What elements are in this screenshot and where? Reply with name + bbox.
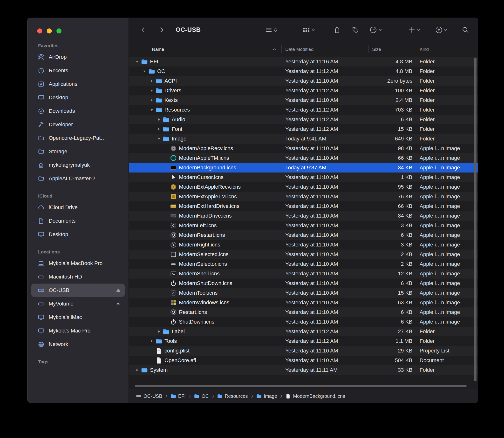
sidebar-item-applications[interactable]: Applications	[31, 77, 125, 91]
file-row[interactable]: OCYesterday at 11:12 AM4.8 MBFolder	[129, 66, 478, 76]
sidebar-item-downloads[interactable]: Downloads	[31, 104, 125, 118]
file-name-cell: Label	[129, 327, 282, 336]
file-row[interactable]: ModernShell.icnsYesterday at 11:10 AM12 …	[129, 269, 478, 278]
disclosure-closed-icon[interactable]	[148, 89, 155, 92]
sidebar-item-desktop[interactable]: Desktop	[31, 91, 125, 104]
minimize-button[interactable]	[47, 28, 52, 33]
disclosure-closed-icon[interactable]	[148, 99, 155, 102]
disclosure-closed-icon[interactable]	[155, 118, 162, 121]
file-row[interactable]: ModernAppleTM.icnsYesterday at 11:10 AM6…	[129, 153, 478, 163]
path-segment-efi[interactable]: EFI	[171, 394, 186, 399]
column-header-date-modified[interactable]: Date Modified	[282, 42, 369, 57]
sidebar-item-network[interactable]: Network	[31, 338, 125, 351]
path-segment-oc-usb[interactable]: OC-USB	[136, 394, 162, 399]
sidebar-item-mykola-s-imac[interactable]: Mykola’s iMac	[31, 311, 125, 324]
share-button[interactable]	[333, 26, 341, 33]
file-row[interactable]: AudioYesterday at 11:12 AM6 KBFolder	[129, 115, 478, 124]
zoom-button[interactable]	[57, 28, 61, 33]
disclosure-open-icon[interactable]	[148, 108, 155, 111]
sidebar-item-mykola-s-macbook-pro[interactable]: Mykola’s MacBook Pro	[31, 257, 125, 270]
file-row[interactable]: ModernExtAppleTM.icnsYesterday at 11:10 …	[129, 192, 478, 201]
sidebar-item-desktop[interactable]: Desktop	[31, 228, 125, 241]
file-row[interactable]: ModernAppleRecv.icnsYesterday at 11:10 A…	[129, 143, 478, 153]
sidebar-item-developer[interactable]: Developer	[31, 118, 125, 131]
file-row[interactable]: LabelYesterday at 11:12 AM27 KBFolder	[129, 327, 478, 336]
disclosure-closed-icon[interactable]	[148, 79, 155, 83]
sidebar-item-applealc-master-2[interactable]: AppleALC-master-2	[31, 172, 125, 185]
file-row[interactable]: ModernRestart.icnsYesterday at 11:10 AM6…	[129, 230, 478, 240]
path-segment-image[interactable]: Image	[256, 394, 277, 399]
sidebar-item-icloud-drive[interactable]: iCloud Drive	[31, 201, 125, 214]
file-name: ModernLeft.icns	[179, 222, 217, 229]
file-row[interactable]: ModernSelector.icnsYesterday at 11:10 AM…	[129, 259, 478, 269]
file-row[interactable]: ShutDown.icnsYesterday at 11:10 AM6 KBAp…	[129, 317, 478, 327]
file-size: 6 KB	[369, 309, 415, 315]
disclosure-closed-icon[interactable]	[148, 339, 155, 343]
column-header-size[interactable]: Size	[369, 42, 415, 57]
sidebar-item-macintosh-hd[interactable]: Macintosh HD	[31, 270, 125, 284]
file-row[interactable]: ModernExtAppleRecv.icnsYesterday at 11:1…	[129, 182, 478, 192]
file-size: 15 KB	[369, 290, 415, 296]
file-row[interactable]: ResourcesYesterday at 11:12 AM703 KBFold…	[129, 105, 478, 115]
sidebar-item-myvolume[interactable]: MyVolume	[31, 297, 125, 311]
path-segment-resources[interactable]: Resources	[217, 394, 248, 399]
back-button[interactable]	[139, 26, 147, 33]
column-header-name[interactable]: Name	[129, 42, 282, 57]
file-row[interactable]: EFIYesterday at 11:16 AM4.8 MBFolder	[129, 57, 478, 66]
eject-icon[interactable]	[115, 301, 121, 307]
sidebar-item-recents[interactable]: Recents	[31, 64, 125, 77]
sidebar-item-mykolagrymalyuk[interactable]: mykolagrymalyuk	[31, 158, 125, 172]
column-header-kind[interactable]: Kind	[415, 42, 478, 57]
sidebar-item-storage[interactable]: Storage	[31, 145, 125, 158]
sidebar-item-mykola-s-mac-pro[interactable]: Mykola’s Mac Pro	[31, 324, 125, 338]
account-menu-button[interactable]: M	[435, 26, 448, 33]
file-row[interactable]: Restart.icnsYesterday at 11:10 AM6 KBApp…	[129, 307, 478, 317]
file-row[interactable]: SystemYesterday at 11:11 AM33 KBFolder	[129, 365, 478, 375]
file-row[interactable]: ModernBackground.icnsToday at 9:37 AM34 …	[129, 163, 478, 173]
file-row[interactable]: KextsYesterday at 11:10 AM2.4 MBFolder	[129, 95, 478, 105]
path-segment-modernbackground-icns[interactable]: ModernBackground.icns	[286, 394, 345, 399]
add-button[interactable]	[408, 26, 421, 33]
sidebar-item-documents[interactable]: Documents	[31, 214, 125, 228]
search-button[interactable]	[462, 26, 469, 33]
disclosure-closed-icon[interactable]	[155, 330, 162, 333]
sidebar-item-opencore-legacy-pat[interactable]: Opencore-Legacy-Pat…	[31, 131, 125, 145]
file-row[interactable]: ModernCursor.icnsYesterday at 11:10 AM1 …	[129, 173, 478, 182]
file-row[interactable]: ModernWindows.icnsYesterday at 11:10 AM6…	[129, 298, 478, 307]
disclosure-closed-icon[interactable]	[155, 127, 162, 131]
group-by-control[interactable]	[303, 26, 315, 33]
file-row[interactable]: ModernShutDown.icnsYesterday at 11:10 AM…	[129, 278, 478, 288]
file-row[interactable]: ACPIYesterday at 11:10 AMZero bytesFolde…	[129, 76, 478, 86]
more-actions-button[interactable]	[370, 26, 382, 33]
file-row[interactable]: ModernLeft.icnsYesterday at 11:10 AM3 KB…	[129, 221, 478, 230]
file-size: 15 KB	[369, 126, 415, 132]
file-row[interactable]: ModernSelected.icnsYesterday at 11:10 AM…	[129, 250, 478, 259]
tags-button[interactable]	[352, 26, 359, 33]
disclosure-closed-icon[interactable]	[134, 368, 141, 372]
vertical-scrollbar[interactable]	[474, 58, 477, 381]
disclosure-open-icon[interactable]	[134, 60, 141, 63]
file-row[interactable]: ModernRight.icnsYesterday at 11:10 AM3 K…	[129, 240, 478, 250]
file-row[interactable]: ImageToday at 9:41 AM649 KBFolder	[129, 134, 478, 143]
file-row[interactable]: ModernExtHardDrive.icnsYesterday at 11:1…	[129, 201, 478, 211]
sidebar-item-oc-usb[interactable]: OC-USB	[31, 284, 125, 297]
forward-button[interactable]	[158, 26, 165, 33]
sidebar-item-airdrop[interactable]: AirDrop	[31, 50, 125, 64]
eject-icon[interactable]	[115, 288, 121, 293]
file-row[interactable]: ToolsYesterday at 11:12 AM1.1 MBFolder	[129, 336, 478, 346]
file-row[interactable]: config.plistYesterday at 11:10 AM29 KBPr…	[129, 346, 478, 356]
disclosure-open-icon[interactable]	[141, 70, 148, 73]
close-button[interactable]	[37, 28, 42, 33]
disclosure-open-icon[interactable]	[155, 137, 162, 141]
file-row[interactable]: FontYesterday at 11:12 AM15 KBFolder	[129, 124, 478, 134]
file-row[interactable]: OpenCore.efiYesterday at 11:10 AM504 KBD…	[129, 356, 478, 365]
file-row[interactable]: ModernTool.icnsYesterday at 11:10 AM15 K…	[129, 288, 478, 298]
file-row[interactable]: ModernHardDrive.icnsYesterday at 11:10 A…	[129, 211, 478, 221]
restart-icon	[170, 232, 177, 239]
file-size: 63 KB	[369, 299, 415, 306]
path-segment-oc[interactable]: OC	[194, 394, 209, 399]
view-options-control[interactable]	[265, 26, 277, 33]
file-row[interactable]: DriversYesterday at 11:12 AM100 KBFolder	[129, 86, 478, 95]
chevron-right-icon	[165, 394, 168, 398]
horizontal-scrollbar[interactable]	[135, 385, 467, 387]
